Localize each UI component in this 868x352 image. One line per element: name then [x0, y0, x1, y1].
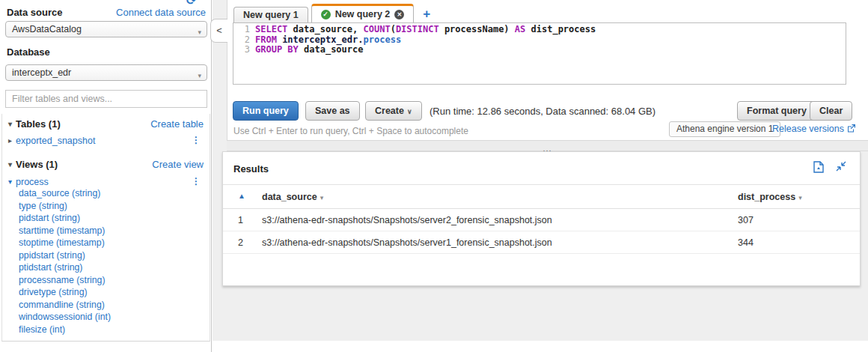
column-item[interactable]: drivetype (string)	[19, 287, 88, 300]
column-item[interactable]: pidstart (string)	[19, 213, 80, 225]
tables-section-header: ▾Tables (1) Create table	[2, 118, 210, 132]
results-table: ▲ data_source▾ dist_process▾ 1s3://athen…	[223, 185, 860, 254]
column-item[interactable]: commandline (string)	[19, 300, 105, 312]
athena-console: ⟳ Data source Connect data source AwsDat…	[0, 0, 868, 352]
cell-dist-process: 344	[738, 237, 754, 248]
table-options-icon[interactable]: ⋮	[192, 135, 201, 145]
caret-down-icon: ▾	[8, 177, 12, 186]
filter-tables-input[interactable]	[5, 90, 207, 108]
column-item[interactable]: starttime (timestamp)	[19, 225, 105, 238]
column-header-data-source[interactable]: data_source▾	[262, 192, 323, 202]
column-item[interactable]: ppidstart (string)	[19, 250, 85, 263]
panel-resize-handle[interactable]: ...	[227, 141, 868, 151]
line-number: 2	[233, 35, 250, 46]
chevron-down-icon: ▾	[198, 68, 201, 83]
engine-version-badge[interactable]: Athena engine version 1	[669, 121, 780, 137]
catalog-sidebar: ⟳ Data source Connect data source AwsDat…	[0, 0, 212, 352]
database-select[interactable]: interceptx_edr ▾	[5, 64, 207, 81]
sql-editor[interactable]: 1SELECT data_source, COUNT(DISTINCT proc…	[233, 22, 846, 85]
shortcut-hint: Use Ctrl + Enter to run query, Ctrl + Sp…	[233, 126, 468, 136]
chevron-down-icon: ▾	[198, 25, 201, 40]
query-editor-panel: New query 1 ✓ New query 2 ✕ + 1SELECT da…	[227, 0, 868, 141]
table-link: exported_snapshot	[16, 136, 95, 146]
query-tabbar: New query 1 ✓ New query 2 ✕ +	[233, 4, 430, 22]
line-number: 1	[233, 25, 250, 35]
save-as-button[interactable]: Save as	[305, 101, 360, 121]
caret-down-icon: ▾	[8, 120, 12, 128]
column-item[interactable]: filesize (int)	[19, 324, 65, 337]
view-link: process	[16, 177, 49, 187]
create-button[interactable]: Create∨	[365, 101, 422, 121]
new-tab-button[interactable]: +	[423, 5, 430, 22]
sort-asc-icon[interactable]: ▲	[238, 192, 245, 200]
data-source-select[interactable]: AwsDataCatalog ▾	[5, 21, 207, 37]
close-tab-icon[interactable]: ✕	[394, 10, 404, 19]
table-item: ▸exported_snapshot ⋮	[2, 135, 210, 148]
cell-data-source: s3://athena-edr-snapshots/Snapshots/serv…	[262, 215, 552, 225]
column-item[interactable]: ptidstart (string)	[19, 262, 82, 275]
results-header-row: ▲ data_source▾ dist_process▾	[223, 185, 860, 209]
column-item[interactable]: windowssessionid (int)	[19, 312, 111, 324]
table-row: 1s3://athena-edr-snapshots/Snapshots/ser…	[223, 209, 860, 231]
tab-new-query-1[interactable]: New query 1	[233, 7, 308, 22]
view-options-icon[interactable]: ⋮	[192, 176, 201, 186]
data-source-label: Data source	[7, 7, 62, 18]
row-number: 1	[238, 215, 243, 225]
format-query-button[interactable]: Format query	[737, 101, 816, 121]
code-line: 2FROM interceptx_edr.process	[233, 35, 846, 46]
chevron-down-icon: ∨	[407, 108, 412, 115]
caret-right-icon: ▸	[8, 136, 12, 145]
column-item[interactable]: stoptime (timestamp)	[19, 237, 105, 250]
column-item[interactable]: data_source (string)	[19, 188, 100, 201]
collapse-sidebar-button[interactable]: <	[210, 19, 227, 43]
create-table-link[interactable]: Create table	[150, 118, 204, 130]
run-query-button[interactable]: Run query	[233, 101, 299, 121]
table-row: 2s3://athena-edr-snapshots/Snapshots/ser…	[223, 231, 860, 254]
create-view-link[interactable]: Create view	[152, 159, 204, 170]
catalog-tree: ▾Tables (1) Create table ▸exported_snaps…	[1, 114, 210, 342]
row-number: 2	[238, 237, 243, 248]
code-line: 3GROUP BY data_source	[233, 45, 846, 55]
clear-button[interactable]: Clear	[810, 101, 852, 121]
sort-caret-icon: ▾	[320, 194, 324, 201]
caret-down-icon: ▾	[8, 160, 12, 169]
line-number: 3	[233, 45, 250, 55]
tab-new-query-2[interactable]: ✓ New query 2 ✕	[311, 4, 415, 22]
external-link-icon	[847, 124, 856, 135]
column-item[interactable]: processname (string)	[19, 275, 106, 288]
cell-dist-process: 307	[738, 215, 754, 225]
release-versions-link[interactable]: Release versions	[772, 124, 856, 135]
connect-data-source-link[interactable]: Connect data source	[116, 7, 206, 18]
column-item[interactable]: type (string)	[19, 201, 67, 213]
results-panel: Results ▲ data_source▾ dist_process▾ 1s3…	[222, 151, 861, 286]
query-success-icon: ✓	[321, 10, 331, 19]
download-results-icon[interactable]	[813, 161, 824, 176]
column-header-dist-process[interactable]: dist_process▾	[738, 192, 802, 202]
cell-data-source: s3://athena-edr-snapshots/Snapshots/serv…	[262, 237, 552, 248]
sort-caret-icon: ▾	[798, 194, 802, 201]
results-title: Results	[233, 163, 269, 175]
run-stats-text: (Run time: 12.86 seconds, Data scanned: …	[430, 106, 655, 117]
expand-results-icon[interactable]	[836, 161, 846, 176]
database-label: Database	[7, 46, 50, 58]
code-line: 1SELECT data_source, COUNT(DISTINCT proc…	[233, 25, 846, 35]
views-section-header: ▾Views (1) Create view	[2, 159, 210, 172]
